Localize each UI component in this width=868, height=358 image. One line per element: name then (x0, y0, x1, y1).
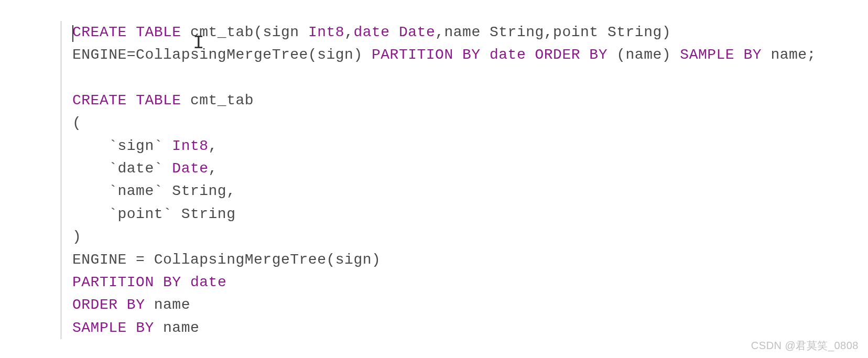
keyword-date: date (190, 274, 226, 290)
keyword-date: date (490, 47, 526, 63)
code-text: , (209, 160, 218, 177)
code-line-8: `name` String, (72, 180, 868, 202)
watermark-text: CSDN @君莫笑_0808 (751, 339, 859, 353)
code-line-13: ORDER BY name (72, 294, 868, 316)
keyword-create: CREATE (72, 24, 127, 40)
code-text: , (344, 24, 353, 40)
open-paren: ( (72, 115, 81, 131)
keyword-partition: PARTITION (372, 47, 453, 63)
keyword-by: BY (589, 47, 607, 63)
keyword-create: CREATE (72, 92, 127, 109)
code-text (390, 24, 399, 40)
keyword-sample: SAMPLE (72, 320, 127, 336)
code-line-4: CREATE TABLE cmt_tab (72, 89, 868, 112)
code-line-1: CREATE TABLE cmt_tab(sign Int8,date Date… (72, 21, 868, 44)
code-text: cmt_tab (181, 92, 254, 109)
keyword-sample: SAMPLE (680, 47, 734, 63)
keyword-date: date (353, 24, 389, 40)
code-line-6: `sign` Int8, (72, 135, 868, 157)
keyword-table: TABLE (136, 24, 181, 40)
keyword-order: ORDER (72, 297, 118, 313)
code-text: name (154, 320, 200, 336)
code-text: (name) (607, 47, 680, 63)
text-cursor (72, 25, 73, 42)
keyword-by: BY (744, 47, 762, 63)
keyword-table: TABLE (136, 92, 181, 109)
code-line-11: ENGINE = CollapsingMergeTree(sign) (72, 248, 868, 271)
code-text: , (209, 138, 218, 154)
code-text: `sign` (72, 138, 172, 154)
type-date: Date (399, 24, 435, 40)
keyword-by: BY (127, 297, 145, 313)
keyword-partition: PARTITION (72, 274, 154, 290)
code-text: name (145, 297, 190, 313)
code-block: CREATE TABLE cmt_tab(sign Int8,date Date… (60, 21, 868, 339)
keyword-by: BY (163, 274, 181, 290)
keyword-by: BY (462, 47, 481, 63)
type-int8: Int8 (172, 138, 208, 154)
code-text: `name` String, (72, 183, 235, 199)
code-line-2: ENGINE=CollapsingMergeTree(sign) PARTITI… (72, 44, 868, 66)
type-date: Date (172, 160, 208, 177)
blank-line (72, 67, 868, 89)
code-text: `point` String (72, 206, 235, 222)
code-line-9: `point` String (72, 203, 868, 225)
code-line-7: `date` Date, (72, 157, 868, 180)
close-paren: ) (72, 229, 81, 245)
code-line-10: ) (72, 225, 868, 248)
code-text: `date` (72, 160, 172, 177)
code-text: ,name String,point String) (435, 24, 671, 40)
keyword-order: ORDER (535, 47, 581, 63)
type-int8: Int8 (308, 24, 344, 40)
code-text: name; (762, 47, 816, 63)
code-line-12: PARTITION BY date (72, 271, 868, 294)
code-text: ENGINE = CollapsingMergeTree(sign) (72, 252, 381, 268)
code-text: cmt_tab(sign (181, 24, 308, 40)
code-text: ENGINE=CollapsingMergeTree(sign) (72, 47, 372, 63)
code-line-14: SAMPLE BY name (72, 317, 868, 339)
keyword-by: BY (136, 320, 154, 336)
code-line-5: ( (72, 112, 868, 134)
